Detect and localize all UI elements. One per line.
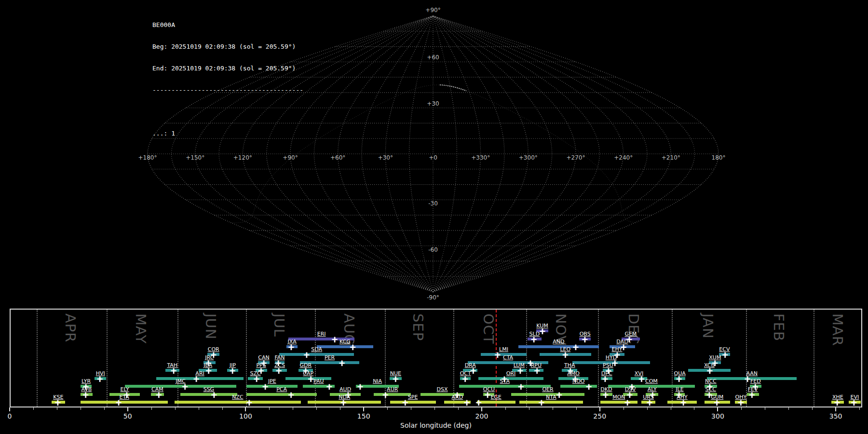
shower-bar-MON bbox=[600, 401, 637, 404]
tick-250 bbox=[599, 407, 600, 411]
minor-tick-210 bbox=[505, 407, 506, 410]
peak-marker-AVB: + bbox=[82, 391, 89, 399]
map-lat-label: +90° bbox=[425, 7, 440, 14]
peak-marker-SLD: + bbox=[530, 335, 537, 343]
shower-bar-PCA bbox=[246, 393, 316, 396]
minor-tick-270 bbox=[647, 407, 648, 410]
map-lon-label: +180° bbox=[138, 154, 157, 161]
month-line-MAR bbox=[814, 310, 814, 407]
minor-tick-80 bbox=[199, 407, 199, 410]
peak-marker-KSE: + bbox=[54, 398, 61, 407]
peak-marker-EGE: + bbox=[475, 398, 482, 407]
minor-tick-230 bbox=[553, 407, 553, 410]
activity-timeline-plot: APRMAYJUNJULAUGSEPOCTNOVDECJANFEBMARKUM+… bbox=[10, 309, 862, 407]
minor-tick-140 bbox=[340, 407, 340, 410]
minor-tick-60 bbox=[151, 407, 152, 410]
month-line-FEB bbox=[746, 310, 747, 407]
tick-150 bbox=[363, 407, 364, 411]
map-lon-label: +240° bbox=[614, 154, 633, 161]
shower-label-STA: STA bbox=[500, 379, 510, 384]
map-meridian bbox=[433, 16, 528, 292]
minor-tick-340 bbox=[812, 407, 813, 410]
shower-bar-JMC bbox=[125, 385, 236, 388]
shower-bar-ETA bbox=[81, 401, 168, 404]
minor-tick-170 bbox=[411, 407, 411, 410]
peak-marker-TAH: + bbox=[170, 367, 177, 375]
map-lon-label: +150° bbox=[186, 154, 204, 161]
tick-300 bbox=[717, 407, 718, 411]
peak-marker-KCG: + bbox=[350, 343, 356, 351]
shower-bar-KCG bbox=[317, 345, 373, 348]
month-label-MAR: MAR bbox=[829, 313, 846, 346]
peak-marker-NTA: + bbox=[538, 398, 545, 407]
map-lon-label: +90° bbox=[283, 154, 298, 161]
month-label-JUL: JUL bbox=[271, 313, 287, 337]
peak-marker-OBS: + bbox=[582, 335, 588, 343]
minor-tick-20 bbox=[57, 407, 57, 410]
minor-tick-110 bbox=[269, 407, 270, 410]
peak-marker-DKD: + bbox=[602, 391, 609, 399]
peak-marker-OCT: + bbox=[462, 375, 469, 383]
radiant-count: ...: 1 bbox=[152, 130, 303, 137]
peak-marker-NOO: + bbox=[585, 383, 592, 391]
shower-bar-SPE bbox=[390, 401, 436, 404]
month-label-JAN: JAN bbox=[700, 313, 716, 339]
peak-marker-ERI: + bbox=[331, 335, 338, 343]
tick-label-250: 250 bbox=[593, 412, 606, 420]
month-line-JUN bbox=[177, 310, 178, 407]
shower-label-PAU: PAU bbox=[313, 379, 324, 384]
tick-label-100: 100 bbox=[239, 412, 252, 420]
peak-marker-ARD: + bbox=[463, 398, 470, 407]
peak-marker-OHY: + bbox=[737, 398, 744, 407]
shower-label-ARD: ARD bbox=[452, 394, 463, 400]
session-end: End: 20251019 02:09:38 (sol = 205.59°) bbox=[152, 65, 303, 72]
month-label-JUN: JUN bbox=[203, 313, 219, 339]
peak-marker-JIP: + bbox=[229, 367, 236, 375]
month-line-AUG bbox=[315, 310, 316, 407]
shower-label-NZC: NZC bbox=[232, 394, 243, 400]
minor-tick-30 bbox=[81, 407, 81, 410]
peak-marker-LEO: + bbox=[562, 351, 569, 359]
peak-marker-GUM: + bbox=[713, 398, 720, 407]
peak-marker-XVI: + bbox=[638, 375, 645, 383]
month-label-OCT: OCT bbox=[480, 313, 497, 344]
map-lon-label: +270° bbox=[567, 154, 585, 161]
map-lon-label: 180° bbox=[712, 154, 726, 161]
meteor-shower-activity-screen: +180°+150°+120°+90°+60°+30°+0+330°+300°+… bbox=[0, 0, 868, 434]
shower-bar-SDA bbox=[279, 353, 354, 356]
shower-bar-SSG bbox=[180, 393, 237, 396]
shower-label-PER: PER bbox=[325, 355, 335, 361]
map-lat-label: -60 bbox=[428, 246, 438, 253]
shower-label-ERI: ERI bbox=[317, 331, 326, 337]
shower-label-AND: AND bbox=[553, 339, 564, 345]
minor-tick-220 bbox=[529, 407, 529, 410]
shower-bar-AUR bbox=[374, 393, 411, 396]
month-line-JUL bbox=[246, 310, 247, 407]
tick-label-350: 350 bbox=[829, 412, 842, 420]
peak-marker-PAU: + bbox=[326, 383, 333, 391]
minor-tick-240 bbox=[576, 407, 577, 410]
peak-marker-SZC: + bbox=[253, 375, 260, 383]
peak-marker-LMI: + bbox=[494, 351, 501, 359]
map-meridian bbox=[362, 16, 433, 292]
shower-label-NOO: NOO bbox=[572, 379, 585, 384]
shower-label-SDA: SDA bbox=[311, 347, 322, 353]
peak-marker-PER: + bbox=[339, 359, 345, 367]
peak-marker-RPU: + bbox=[533, 367, 540, 375]
tick-0 bbox=[9, 407, 10, 411]
map-lon-label: +210° bbox=[662, 154, 680, 161]
peak-marker-OCU: + bbox=[484, 391, 491, 399]
map-meridian bbox=[314, 16, 433, 292]
shower-label-KCG: KCG bbox=[339, 339, 351, 345]
month-label-MAY: MAY bbox=[133, 313, 149, 344]
peak-marker-KUM: + bbox=[539, 327, 546, 336]
peak-marker-AND: + bbox=[572, 343, 579, 351]
peak-marker-SSG: + bbox=[211, 391, 217, 399]
peak-marker-LUM: + bbox=[517, 367, 524, 375]
peak-marker-XCB: + bbox=[706, 367, 713, 375]
month-label-APR: APR bbox=[62, 313, 79, 342]
map-lat-label: +60 bbox=[427, 54, 439, 61]
map-meridian bbox=[433, 16, 552, 292]
camera-id: BE000A bbox=[152, 21, 303, 28]
tick-label-50: 50 bbox=[123, 412, 132, 420]
